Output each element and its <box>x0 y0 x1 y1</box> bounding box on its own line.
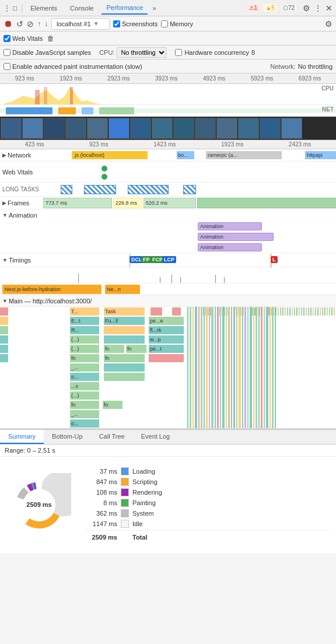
hydration-bar-2: Ne...n <box>105 285 140 294</box>
frame-block-2: 226.8 ms <box>113 198 142 208</box>
frame-block-4 <box>197 198 336 208</box>
flame-block <box>104 363 145 372</box>
timings-arrow[interactable]: ▼ <box>2 257 8 263</box>
summary-content: 2509 ms 37 ms Loading 847 ms Scripting 1… <box>0 457 336 553</box>
legend-row-rendering: 108 ms Rendering <box>85 487 329 498</box>
timing-fp: FP <box>141 256 152 263</box>
legend-row-total: 2509 ms Total <box>85 530 329 544</box>
animation-header[interactable]: ▼ Animation <box>0 209 336 221</box>
record-button[interactable]: ⏺ <box>4 19 13 29</box>
download-button[interactable]: ↓ <box>44 20 48 28</box>
thumbnail-item <box>281 118 302 139</box>
warning-badge: ▲5 <box>263 4 276 12</box>
frames-label: Frames <box>8 200 29 206</box>
animation-section: ▼ Animation Animation Animation Animatio… <box>0 209 336 253</box>
flame-block <box>104 326 145 334</box>
info-badge: ⬡72 <box>281 4 297 12</box>
hw-concurrency-checkbox[interactable] <box>175 49 182 56</box>
idle-color <box>121 520 129 528</box>
vital-dot-2 <box>102 174 107 180</box>
svg-rect-6 <box>58 107 76 114</box>
webvitals-checkbox[interactable] <box>4 35 10 42</box>
tab-more[interactable]: » <box>151 2 157 14</box>
disable-js-checkbox-group[interactable]: Disable JavaScript samples <box>4 49 91 56</box>
flame-block: o... <box>70 419 99 428</box>
net-bar-js: .js (localhost) <box>72 151 148 159</box>
tab-performance[interactable]: Performance <box>102 2 148 15</box>
system-value: 362 ms <box>85 510 117 517</box>
web-vitals-row: Web Vitals <box>0 162 336 183</box>
hydration-bar-1: Next.js-before-hydration <box>2 285 102 294</box>
ruler-mark-5: 4923 ms <box>203 75 225 82</box>
flame-block <box>0 317 8 325</box>
tab-call-tree[interactable]: Call Tree <box>91 430 133 444</box>
ruler-mark-6: 5923 ms <box>251 75 273 82</box>
screenshots-checkbox[interactable] <box>113 20 120 27</box>
webvitals-checkbox-group[interactable]: Web Vitals <box>4 35 43 42</box>
error-badge: ⚠1 <box>247 4 260 12</box>
tab-elements[interactable]: Elements <box>26 2 62 14</box>
flame-block: fn <box>126 345 146 353</box>
bottom-tabs-bar: Summary Bottom-Up Call Tree Event Log <box>0 429 336 444</box>
animation-block-2: Animation <box>198 233 274 241</box>
devtools-settings-icon[interactable]: ⚙ <box>325 19 332 29</box>
ruler-mark-7: 6923 ms <box>299 75 321 82</box>
clear-button[interactable]: ⊘ <box>27 19 34 29</box>
frames-arrow[interactable]: ▶ <box>2 200 6 206</box>
svg-rect-2 <box>44 87 47 105</box>
webvitals-label: Web Vitals <box>12 35 43 42</box>
flame-block <box>104 335 145 344</box>
svg-rect-1 <box>35 90 40 105</box>
long-task-bar-1 <box>61 185 72 194</box>
svg-rect-3 <box>70 87 73 105</box>
thumbnail-item <box>238 118 259 139</box>
main-header[interactable]: ▼ Main — http://localhost:3000/ <box>0 295 336 307</box>
delete-button[interactable]: 🗑 <box>47 34 54 43</box>
ruler-mark-3: 2923 ms <box>107 75 130 82</box>
memory-checkbox-group[interactable]: Memory <box>161 20 193 27</box>
network-section: ▶ Network .js (localhost) bo... ramerpc … <box>0 149 336 162</box>
cpu-label: CPU: <box>99 49 114 56</box>
screenshots-checkbox-group[interactable]: Screenshots <box>113 20 158 27</box>
ruler-mark-1: 923 ms <box>15 75 34 82</box>
flame-block: Task <box>104 307 145 316</box>
ruler-mark-2: 1923 ms <box>60 75 82 82</box>
legend-row-idle: 1147 ms Idle <box>85 519 329 529</box>
flame-block <box>0 345 8 353</box>
tab-console[interactable]: Console <box>65 2 98 14</box>
devtools-icon: ⋮ <box>4 4 10 12</box>
network-row-arrow[interactable]: ▶ <box>2 152 6 158</box>
disable-js-checkbox[interactable] <box>4 49 10 56</box>
close-icon[interactable]: ✕ <box>326 4 332 13</box>
cpu-select[interactable]: No throttling <box>117 47 167 58</box>
svg-rect-5 <box>6 107 52 114</box>
disable-js-label: Disable JavaScript samples <box>12 49 91 56</box>
tab-summary[interactable]: Summary <box>0 430 44 444</box>
more-icon[interactable]: ⋮ <box>314 4 322 13</box>
flame-block <box>0 335 8 344</box>
flame-block <box>149 354 184 362</box>
tab-bottom-up[interactable]: Bottom-Up <box>44 430 91 444</box>
long-tasks-row: LONG TASKS <box>0 183 336 197</box>
upload-button[interactable]: ↑ <box>37 20 41 28</box>
animation-arrow[interactable]: ▼ <box>2 212 8 218</box>
timings-signal-row <box>0 267 336 284</box>
advanced-paint-checkbox[interactable] <box>4 63 10 70</box>
svg-rect-7 <box>82 107 93 114</box>
thumbnail-item <box>1 118 22 139</box>
reload-button[interactable]: ↺ <box>16 19 23 29</box>
advanced-paint-checkbox-group[interactable]: Enable advanced paint instrumentation (s… <box>4 63 142 70</box>
long-tasks-label: LONG TASKS <box>2 186 43 192</box>
flame-block: fn <box>70 401 99 409</box>
net-bar-ramerpc: ramerpc (a... <box>206 151 282 159</box>
settings-icon[interactable]: ⚙ <box>303 4 310 13</box>
rendering-color <box>121 488 129 496</box>
animation-block-3: Animation <box>198 243 262 251</box>
legend-row-scripting: 847 ms Scripting <box>85 477 329 487</box>
loading-name: Loading <box>132 468 155 475</box>
tab-event-log[interactable]: Event Log <box>133 430 178 444</box>
total-value: 2509 ms <box>85 534 117 541</box>
main-arrow[interactable]: ▼ <box>2 298 8 304</box>
system-name: System <box>132 510 154 517</box>
memory-checkbox[interactable] <box>161 20 168 27</box>
